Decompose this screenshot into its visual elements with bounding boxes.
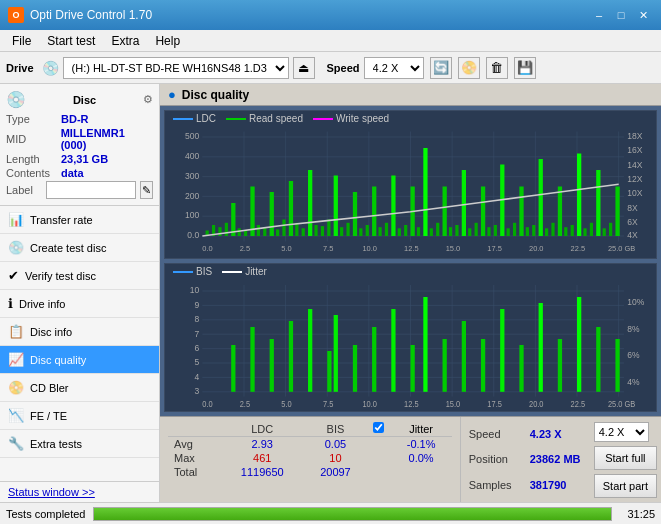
minimize-button[interactable]: – xyxy=(589,5,609,25)
disc-quality-icon: 📈 xyxy=(8,352,24,367)
window-buttons: – □ ✕ xyxy=(589,5,653,25)
disc-label-input[interactable] xyxy=(46,181,136,199)
disc-length-value: 23,31 GB xyxy=(61,153,108,165)
svg-rect-23 xyxy=(244,231,247,237)
nav-item-verify-test-disc[interactable]: ✔ Verify test disc xyxy=(0,262,159,290)
save-button[interactable]: 💾 xyxy=(514,57,536,79)
nav-item-disc-quality[interactable]: 📈 Disc quality xyxy=(0,346,159,374)
close-button[interactable]: ✕ xyxy=(633,5,653,25)
svg-rect-29 xyxy=(282,220,285,237)
nav-item-disc-info[interactable]: 📋 Disc info xyxy=(0,318,159,346)
svg-rect-46 xyxy=(391,176,395,237)
svg-text:6X: 6X xyxy=(627,217,638,227)
svg-rect-38 xyxy=(340,227,343,236)
speed-select[interactable]: 4.2 X xyxy=(364,57,424,79)
bottom-chart-legend: BIS Jitter xyxy=(165,264,656,279)
nav-item-fe-te[interactable]: 📉 FE / TE xyxy=(0,402,159,430)
jitter-checkbox[interactable] xyxy=(373,422,384,433)
stats-max-ldc: 461 xyxy=(221,451,303,465)
disc-read-button[interactable]: 📀 xyxy=(458,57,480,79)
drive-select[interactable]: (H:) HL-DT-ST BD-RE WH16NS48 1.D3 xyxy=(63,57,289,79)
menu-help[interactable]: Help xyxy=(147,32,188,50)
top-chart-svg: 500 400 300 200 100 0.0 18X 16X 14X 12X … xyxy=(165,126,656,258)
disc-length-label: Length xyxy=(6,153,61,165)
drive-toolbar: Drive 💿 (H:) HL-DT-ST BD-RE WH16NS48 1.D… xyxy=(0,52,661,84)
menu-start-test[interactable]: Start test xyxy=(39,32,103,50)
svg-text:2.5: 2.5 xyxy=(240,244,250,253)
svg-rect-141 xyxy=(500,309,504,392)
svg-rect-33 xyxy=(308,170,312,236)
svg-rect-136 xyxy=(411,345,415,392)
jitter-label: Jitter xyxy=(245,266,267,277)
svg-rect-131 xyxy=(327,351,331,392)
svg-rect-144 xyxy=(558,339,562,392)
svg-text:25.0 GB: 25.0 GB xyxy=(608,244,635,253)
svg-text:22.5: 22.5 xyxy=(571,400,586,410)
erase-button[interactable]: 🗑 xyxy=(486,57,508,79)
col-header-check xyxy=(367,421,390,437)
content-area: ● Disc quality LDC Read speed xyxy=(160,84,661,502)
svg-text:10.0: 10.0 xyxy=(362,244,377,253)
status-window-button[interactable]: Status window >> xyxy=(8,486,95,498)
speed-dropdown-select[interactable]: 4.2 X xyxy=(594,422,649,442)
svg-text:15.0: 15.0 xyxy=(446,244,461,253)
stats-table-area: LDC BIS Jitter Avg 2.93 0.05 xyxy=(160,417,460,502)
disc-type-label: Type xyxy=(6,113,61,125)
svg-rect-133 xyxy=(353,345,357,392)
svg-rect-39 xyxy=(346,223,349,236)
start-full-button[interactable]: Start full xyxy=(594,446,657,470)
disc-icon: 💿 xyxy=(6,90,26,109)
nav-item-transfer-rate[interactable]: 📊 Transfer rate xyxy=(0,206,159,234)
svg-rect-126 xyxy=(231,345,235,392)
svg-text:5: 5 xyxy=(194,357,199,368)
read-label: Read speed xyxy=(249,113,303,124)
stats-avg-empty xyxy=(367,437,390,452)
nav-label-fe-te: FE / TE xyxy=(30,410,67,422)
svg-rect-36 xyxy=(327,220,330,237)
svg-text:8X: 8X xyxy=(627,203,638,213)
legend-write: Write speed xyxy=(313,113,389,124)
maximize-button[interactable]: □ xyxy=(611,5,631,25)
svg-rect-60 xyxy=(481,187,485,237)
legend-bis: BIS xyxy=(173,266,212,277)
nav-item-extra-tests[interactable]: 🔧 Extra tests xyxy=(0,430,159,458)
eject-button[interactable]: ⏏ xyxy=(293,57,315,79)
speed-row: Speed 4.23 X xyxy=(469,428,582,440)
menu-extra[interactable]: Extra xyxy=(103,32,147,50)
drive-icon: 💿 xyxy=(42,60,59,76)
nav-item-cd-bler[interactable]: 📀 CD Bler xyxy=(0,374,159,402)
disc-contents-label: Contents xyxy=(6,167,61,179)
col-header-bis: BIS xyxy=(303,421,367,437)
svg-rect-72 xyxy=(558,187,562,237)
status-time: 31:25 xyxy=(620,508,655,520)
speed-value: 4.23 X xyxy=(530,428,562,440)
disc-mid-row: MID MILLENMR1 (000) xyxy=(6,127,153,151)
top-chart-legend: LDC Read speed Write speed xyxy=(165,111,656,126)
svg-rect-47 xyxy=(398,228,401,236)
svg-text:5.0: 5.0 xyxy=(281,244,291,253)
nav-item-create-test-disc[interactable]: 💿 Create test disc xyxy=(0,234,159,262)
disc-contents-value: data xyxy=(61,167,84,179)
svg-text:12.5: 12.5 xyxy=(404,400,419,410)
svg-rect-69 xyxy=(539,159,543,236)
disc-info-icon: 📋 xyxy=(8,324,24,339)
extra-tests-icon: 🔧 xyxy=(8,436,24,451)
refresh-button[interactable]: 🔄 xyxy=(430,57,452,79)
svg-rect-138 xyxy=(443,339,447,392)
create-test-disc-icon: 💿 xyxy=(8,240,24,255)
start-part-button[interactable]: Start part xyxy=(594,474,657,498)
menu-file[interactable]: File xyxy=(4,32,39,50)
svg-text:500: 500 xyxy=(185,131,199,141)
samples-label: Samples xyxy=(469,479,524,491)
main-area: 💿 Disc ⚙ Type BD-R MID MILLENMR1 (000) L… xyxy=(0,84,661,502)
svg-text:2.5: 2.5 xyxy=(240,400,251,410)
drive-label: Drive xyxy=(6,62,34,74)
svg-text:10X: 10X xyxy=(627,188,642,198)
nav-item-drive-info[interactable]: ℹ Drive info xyxy=(0,290,159,318)
svg-text:17.5: 17.5 xyxy=(487,400,502,410)
svg-rect-146 xyxy=(596,327,600,392)
svg-text:12X: 12X xyxy=(627,174,642,184)
svg-text:200: 200 xyxy=(185,190,199,200)
disc-label-edit-button[interactable]: ✎ xyxy=(140,181,153,199)
svg-text:400: 400 xyxy=(185,151,199,161)
